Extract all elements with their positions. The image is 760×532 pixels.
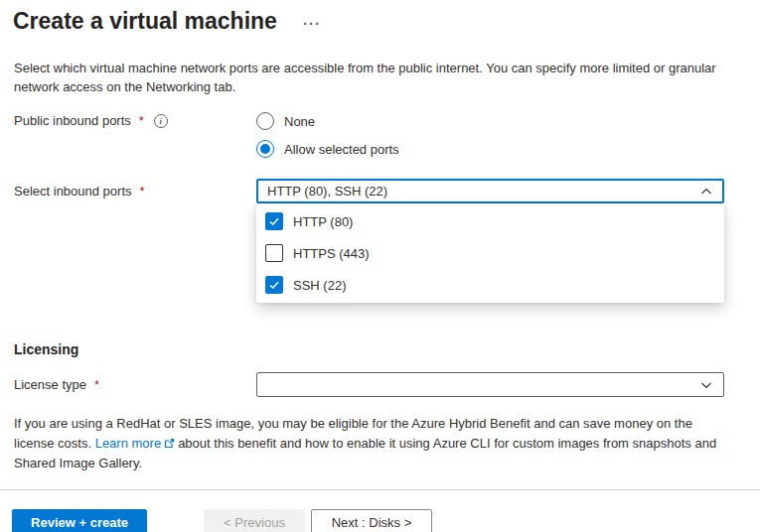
license-type-control xyxy=(256,372,724,397)
license-type-row: License type* xyxy=(0,372,760,397)
option-ssh-22[interactable]: SSH (22) xyxy=(256,269,724,301)
license-type-select[interactable] xyxy=(256,372,724,397)
radio-option-none[interactable]: None xyxy=(256,112,724,130)
license-type-label: License type* xyxy=(0,372,256,392)
radio-group: None Allow selected ports xyxy=(256,112,724,158)
create-vm-page: Create a virtual machine ··· Select whic… xyxy=(0,0,760,532)
option-label: SSH (22) xyxy=(293,278,346,293)
combobox-value: HTTP (80), SSH (22) xyxy=(267,184,387,199)
field-label: License type xyxy=(14,377,86,392)
select-inbound-ports-label: Select inbound ports* xyxy=(0,179,256,199)
chevron-up-icon xyxy=(699,185,713,199)
required-marker: * xyxy=(140,184,145,199)
select-inbound-ports-row: Select inbound ports* HTTP (80), SSH (22… xyxy=(0,179,760,203)
radio-label: Allow selected ports xyxy=(284,142,399,157)
chevron-down-icon xyxy=(699,378,713,392)
checkbox-checked-icon xyxy=(265,212,283,230)
option-http-80[interactable]: HTTP (80) xyxy=(256,205,724,237)
radio-icon-selected xyxy=(256,140,274,158)
public-inbound-ports-control: None Allow selected ports xyxy=(256,112,724,158)
inbound-ports-dropdown-panel: HTTP (80) HTTPS (443) SSH (22) xyxy=(256,203,724,303)
licensing-note: If you are using a RedHat or SLES image,… xyxy=(14,414,733,472)
radio-label: None xyxy=(284,114,315,129)
field-label: Select inbound ports xyxy=(14,184,132,199)
learn-more-link[interactable]: Learn more xyxy=(95,436,161,451)
page-title: Create a virtual machine xyxy=(13,8,277,35)
option-label: HTTPS (443) xyxy=(293,246,370,261)
intro-text: Select which virtual machine network por… xyxy=(14,59,733,96)
option-label: HTTP (80) xyxy=(293,214,353,229)
required-marker: * xyxy=(139,113,144,128)
radio-icon xyxy=(256,112,274,130)
previous-button[interactable]: < Previous xyxy=(204,509,305,532)
licensing-section-title: Licensing xyxy=(14,341,760,357)
info-icon[interactable]: i xyxy=(154,114,168,128)
inbound-ports-combobox[interactable]: HTTP (80), SSH (22) xyxy=(256,179,724,203)
page-header: Create a virtual machine ··· xyxy=(0,0,760,35)
option-https-443[interactable]: HTTPS (443) xyxy=(256,237,724,269)
inbound-ports-combobox-wrap: HTTP (80), SSH (22) HTTP (80) xyxy=(256,179,724,203)
checkbox-unchecked-icon xyxy=(265,244,283,262)
next-disks-button[interactable]: Next : Disks > xyxy=(311,509,432,532)
field-label: Public inbound ports xyxy=(14,113,131,128)
radio-option-allow-selected-ports[interactable]: Allow selected ports xyxy=(256,140,724,158)
select-inbound-ports-control: HTTP (80), SSH (22) HTTP (80) xyxy=(256,179,724,203)
more-options-icon[interactable]: ··· xyxy=(303,15,321,32)
review-create-button[interactable]: Review + create xyxy=(12,509,147,532)
required-marker: * xyxy=(94,377,99,392)
public-inbound-ports-label: Public inbound ports* i xyxy=(0,112,256,128)
public-inbound-ports-row: Public inbound ports* i None Allow selec… xyxy=(0,112,760,158)
checkbox-checked-icon xyxy=(265,276,283,294)
external-link-icon xyxy=(164,435,175,454)
footer-actions: Review + create < Previous Next : Disks … xyxy=(0,490,760,532)
